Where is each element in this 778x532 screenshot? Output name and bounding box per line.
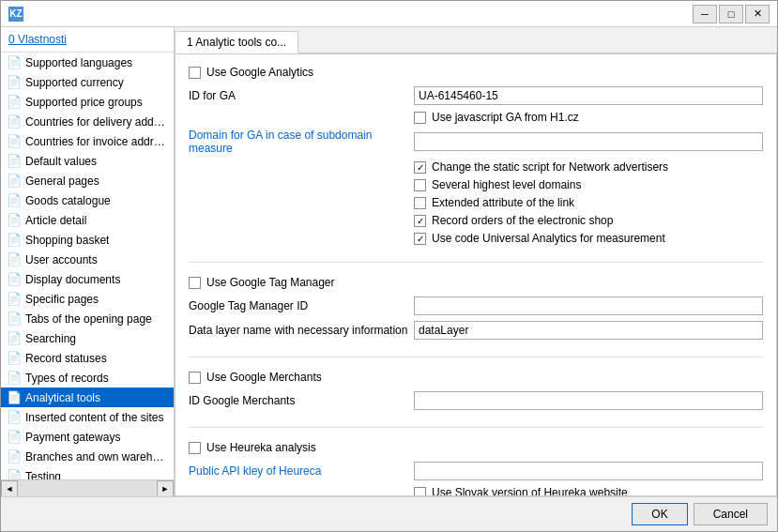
use-code-universal-label[interactable]: Use code Universal Analytics for measure… [414, 232, 665, 245]
item-label-4: Countries for invoice addresse [25, 135, 168, 148]
sidebar-item-6[interactable]: 📄General pages [1, 171, 174, 190]
maximize-button[interactable]: □ [719, 5, 743, 23]
record-orders-checkbox[interactable] [414, 215, 426, 227]
data-layer-input[interactable] [414, 321, 763, 340]
use-code-universal-text: Use code Universal Analytics for measure… [432, 232, 665, 245]
sidebar-item-13[interactable]: 📄Tabs of the opening page [1, 309, 174, 328]
use-javascript-label[interactable]: Use javascript GA from H1.cz [414, 111, 579, 124]
google-merchants-header: Use Google Merchants [189, 371, 763, 384]
tag-manager-id-row: Google Tag Manager ID [189, 296, 763, 315]
sidebar-item-19[interactable]: 📄Payment gateways [1, 427, 174, 447]
use-google-tag-manager-text: Use Google Tag Manager [206, 276, 335, 289]
use-slovak-label[interactable]: Use Slovak version of Heureka website [414, 486, 628, 496]
sidebar-item-21[interactable]: 📄Testing [1, 466, 174, 479]
sidebar-list: 📄Supported languages📄Supported currency📄… [1, 53, 174, 479]
sidebar-item-8[interactable]: 📄Article detail [1, 210, 174, 230]
tag-manager-id-label: Google Tag Manager ID [189, 299, 414, 312]
extended-attribute-checkbox[interactable] [414, 197, 426, 209]
item-icon-11: 📄 [7, 272, 22, 286]
item-label-15: Record statuses [25, 352, 107, 365]
sidebar-item-1[interactable]: 📄Supported currency [1, 72, 174, 92]
change-static-label[interactable]: Change the static script for Network adv… [414, 160, 668, 174]
scroll-right-button[interactable]: ► [157, 480, 174, 496]
item-icon-4: 📄 [7, 134, 22, 148]
several-highest-checkbox[interactable] [414, 179, 426, 191]
divider-3 [189, 427, 763, 428]
tag-manager-id-input[interactable] [414, 296, 763, 315]
tabs-bar: 1 Analytic tools co... [175, 27, 777, 53]
use-google-merchants-label[interactable]: Use Google Merchants [189, 371, 322, 384]
use-google-analytics-checkbox[interactable] [189, 67, 201, 79]
tab-0[interactable]: 1 Analytic tools co... [175, 31, 298, 53]
close-button[interactable]: ✕ [745, 5, 770, 23]
id-for-ga-input[interactable] [414, 86, 763, 105]
sidebar-item-10[interactable]: 📄User accounts [1, 250, 174, 269]
item-icon-2: 📄 [7, 95, 22, 109]
content-area: 0 Vlastnosti 📄Supported languages📄Suppor… [1, 27, 777, 496]
item-label-2: Supported price groups [25, 96, 143, 109]
use-google-tag-manager-label[interactable]: Use Google Tag Manager [189, 276, 335, 289]
sidebar-item-2[interactable]: 📄Supported price groups [1, 92, 174, 112]
item-label-5: Default values [25, 155, 97, 168]
domain-input[interactable] [414, 132, 763, 151]
main-area: 1 Analytic tools co... Use Google Analyt… [175, 27, 777, 496]
sidebar-scrollbar: ◄ ► [1, 479, 174, 496]
scroll-left-button[interactable]: ◄ [1, 480, 18, 496]
item-icon-1: 📄 [7, 75, 22, 89]
id-google-merchants-input[interactable] [414, 391, 763, 410]
item-label-16: Types of records [25, 372, 109, 385]
id-google-merchants-label: ID Google Merchants [189, 394, 414, 407]
sidebar-item-9[interactable]: 📄Shopping basket [1, 230, 174, 250]
sidebar-item-20[interactable]: 📄Branches and own warehouse [1, 447, 174, 466]
change-static-checkbox[interactable] [414, 161, 426, 174]
main-window: KZ ─ □ ✕ 0 Vlastnosti 📄Supported languag… [0, 0, 778, 532]
use-javascript-checkbox[interactable] [414, 112, 426, 124]
use-javascript-text: Use javascript GA from H1.cz [432, 111, 579, 124]
google-tag-manager-section: Use Google Tag Manager Google Tag Manage… [189, 276, 763, 340]
item-label-19: Payment gateways [25, 431, 120, 444]
use-google-analytics-checkbox-label[interactable]: Use Google Analytics [189, 66, 313, 79]
domain-row: Domain for GA in case of subdomain measu… [189, 129, 763, 155]
api-key-input[interactable] [414, 462, 763, 480]
sidebar-item-3[interactable]: 📄Countries for delivery address [1, 112, 174, 131]
minimize-button[interactable]: ─ [693, 5, 717, 23]
sidebar-item-11[interactable]: 📄Display documents [1, 269, 174, 289]
use-google-tag-manager-checkbox[interactable] [189, 277, 201, 289]
sidebar-item-17[interactable]: 📄Analytical tools [1, 388, 174, 407]
sidebar-header[interactable]: 0 Vlastnosti [1, 27, 174, 53]
use-code-universal-checkbox[interactable] [414, 233, 426, 245]
sidebar-item-5[interactable]: 📄Default values [1, 151, 174, 171]
sidebar-item-0[interactable]: 📄Supported languages [1, 53, 174, 72]
cancel-button[interactable]: Cancel [694, 503, 768, 525]
record-orders-row: Record orders of the electronic shop [414, 214, 763, 227]
use-heureka-checkbox[interactable] [189, 442, 201, 454]
extended-attribute-label[interactable]: Extended attribute of the link [414, 196, 574, 209]
use-slovak-checkbox[interactable] [414, 487, 426, 497]
record-orders-text: Record orders of the electronic shop [432, 214, 613, 227]
record-orders-label[interactable]: Record orders of the electronic shop [414, 214, 613, 227]
sidebar-item-14[interactable]: 📄Searching [1, 328, 174, 348]
id-for-ga-label: ID for GA [189, 89, 414, 102]
item-icon-8: 📄 [7, 213, 22, 227]
item-icon-18: 📄 [7, 410, 22, 424]
use-heureka-label[interactable]: Use Heureka analysis [189, 441, 316, 454]
sidebar-item-12[interactable]: 📄Specific pages [1, 289, 174, 309]
sidebar-item-7[interactable]: 📄Goods catalogue [1, 190, 174, 210]
item-label-21: Testing [25, 470, 61, 480]
ok-button[interactable]: OK [632, 503, 687, 525]
item-icon-16: 📄 [7, 371, 22, 385]
use-google-merchants-checkbox[interactable] [189, 372, 201, 384]
item-icon-10: 📄 [7, 252, 22, 266]
sidebar-item-4[interactable]: 📄Countries for invoice addresse [1, 131, 174, 151]
several-highest-label[interactable]: Several highest level domains [414, 178, 581, 191]
use-code-universal-row: Use code Universal Analytics for measure… [414, 232, 763, 245]
use-heureka-text: Use Heureka analysis [206, 441, 316, 454]
item-label-13: Tabs of the opening page [25, 312, 152, 326]
footer: OK Cancel [1, 496, 777, 531]
extended-attribute-row: Extended attribute of the link [414, 196, 763, 209]
item-label-18: Inserted content of the sites [25, 411, 163, 424]
sidebar-item-15[interactable]: 📄Record statuses [1, 348, 174, 368]
use-google-merchants-text: Use Google Merchants [206, 371, 322, 384]
sidebar-item-18[interactable]: 📄Inserted content of the sites [1, 407, 174, 427]
sidebar-item-16[interactable]: 📄Types of records [1, 368, 174, 388]
